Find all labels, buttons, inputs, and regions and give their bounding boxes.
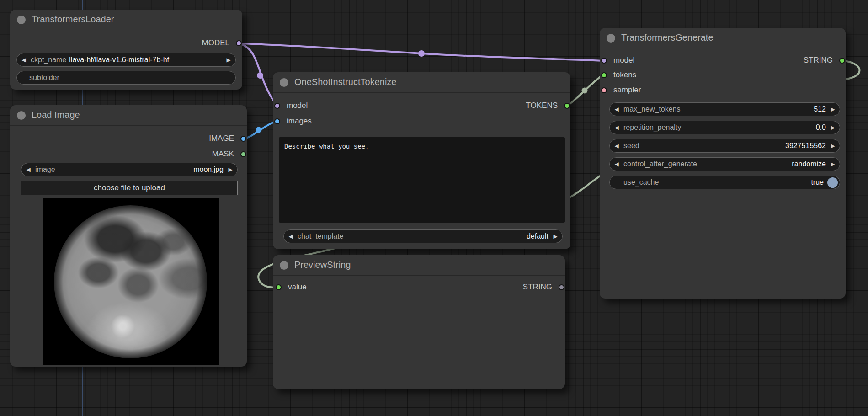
choose-file-button[interactable]: choose file to upload: [21, 181, 238, 195]
stepper-left-icon[interactable]: ◀: [284, 230, 298, 243]
widget-label: max_new_tokens: [623, 105, 681, 113]
node-title: PreviewString: [294, 260, 351, 270]
widget-value: randomize: [792, 160, 826, 168]
node-transformers-generate[interactable]: TransformersGenerate model STRING tokens…: [600, 28, 846, 299]
widget-value: 3927515562: [785, 142, 826, 150]
output-port-model[interactable]: [236, 40, 242, 46]
widget-ckpt-name[interactable]: ◀ ckpt_name llava-hf/llava-v1.6-mistral-…: [16, 53, 236, 67]
output-port-image[interactable]: [240, 136, 246, 142]
output-label-tokens: TOKENS: [526, 101, 558, 110]
output-port-string[interactable]: [559, 284, 564, 290]
node-titlebar[interactable]: Load Image: [10, 105, 247, 126]
widget-chat-template[interactable]: ◀ chat_template default ▶: [283, 229, 563, 243]
collapse-dot-icon[interactable]: [607, 34, 615, 43]
output-label-string: STRING: [804, 56, 833, 65]
output-port-tokens[interactable]: [564, 103, 570, 109]
prompt-textarea[interactable]: Describe what you see.: [279, 137, 565, 223]
node-oneshot-instruct-tokenize[interactable]: OneShotInstructTokenize model images TOK…: [273, 72, 570, 249]
widget-subfolder[interactable]: subfolder: [16, 71, 236, 85]
output-label-model: MODEL: [202, 38, 229, 48]
stepper-left-icon[interactable]: ◀: [610, 158, 623, 171]
node-load-image[interactable]: Load Image IMAGE MASK ◀ image moon.jpg ▶…: [10, 105, 247, 367]
widget-label: use_cache: [623, 178, 659, 187]
wire-midpoint-dot[interactable]: [256, 127, 262, 133]
input-label-tokens: tokens: [613, 70, 636, 80]
node-titlebar[interactable]: PreviewString: [273, 255, 565, 276]
node-transformers-loader[interactable]: TransformersLoader MODEL ◀ ckpt_name lla…: [10, 10, 242, 90]
stepper-left-icon[interactable]: ◀: [610, 139, 623, 152]
node-title: TransformersLoader: [32, 14, 114, 25]
stepper-right-icon[interactable]: ▶: [826, 139, 840, 152]
stepper-right-icon[interactable]: ▶: [826, 158, 840, 171]
widget-value: moon.jpg: [193, 165, 224, 174]
input-port-images[interactable]: [274, 118, 280, 124]
widget-label: seed: [623, 142, 639, 150]
wire-midpoint-dot[interactable]: [582, 88, 588, 94]
widget-value: true: [811, 178, 824, 187]
widget-label: repetition_penalty: [623, 123, 681, 132]
node-graph-canvas[interactable]: TransformersLoader MODEL ◀ ckpt_name lla…: [0, 0, 868, 416]
input-port-model[interactable]: [601, 58, 607, 64]
stepper-right-icon[interactable]: ▶: [548, 230, 562, 243]
stepper-right-icon[interactable]: ▶: [224, 163, 237, 176]
widget-label: image: [35, 165, 55, 174]
toggle-on-icon[interactable]: [827, 177, 838, 188]
widget-seed[interactable]: ◀ seed 3927515562 ▶: [609, 139, 840, 153]
moon-image-preview: [54, 205, 207, 358]
stepper-right-icon[interactable]: ▶: [826, 121, 840, 134]
widget-value: llava-hf/llava-v1.6-mistral-7b-hf: [69, 56, 169, 64]
input-port-model[interactable]: [274, 103, 280, 109]
output-label-string: STRING: [523, 283, 552, 292]
collapse-dot-icon[interactable]: [17, 16, 26, 24]
output-port-string[interactable]: [839, 58, 845, 64]
wire-midpoint-dot[interactable]: [257, 72, 263, 79]
node-preview-string[interactable]: PreviewString value STRING: [273, 255, 565, 389]
widget-label: subfolder: [29, 74, 59, 82]
collapse-dot-icon[interactable]: [280, 78, 288, 87]
output-label-image: IMAGE: [209, 134, 234, 143]
stepper-left-icon[interactable]: ◀: [21, 163, 35, 176]
input-port-sampler[interactable]: [601, 87, 607, 93]
widget-value: default: [527, 232, 548, 240]
output-port-mask[interactable]: [240, 151, 246, 157]
node-titlebar[interactable]: TransformersLoader: [10, 10, 242, 30]
widget-label: ckpt_name: [31, 56, 66, 64]
stepper-right-icon[interactable]: ▶: [826, 103, 840, 116]
node-title: Load Image: [32, 110, 80, 120]
node-titlebar[interactable]: TransformersGenerate: [600, 28, 846, 48]
node-titlebar[interactable]: OneShotInstructTokenize: [273, 72, 570, 93]
stepper-right-icon[interactable]: ▶: [222, 53, 235, 66]
input-label-images: images: [287, 117, 312, 126]
widget-label: chat_template: [298, 232, 344, 240]
input-label-sampler: sampler: [613, 85, 641, 95]
input-label-model: model: [287, 101, 308, 110]
widget-use-cache-toggle[interactable]: use_cache true: [609, 176, 840, 189]
widget-repetition-penalty[interactable]: ◀ repetition_penalty 0.0 ▶: [609, 121, 840, 134]
stepper-left-icon[interactable]: ◀: [610, 121, 623, 134]
input-label-value: value: [288, 283, 307, 292]
widget-label: control_after_generate: [623, 160, 697, 168]
node-title: TransformersGenerate: [621, 32, 714, 43]
input-port-tokens[interactable]: [601, 72, 607, 78]
widget-image-select[interactable]: ◀ image moon.jpg ▶: [21, 163, 238, 176]
stepper-left-icon[interactable]: ◀: [610, 103, 623, 116]
widget-value: 0.0: [816, 123, 826, 132]
collapse-dot-icon[interactable]: [280, 261, 288, 270]
output-label-mask: MASK: [212, 149, 234, 159]
collapse-dot-icon[interactable]: [17, 111, 26, 120]
image-preview-frame: [43, 198, 219, 365]
widget-max-new-tokens[interactable]: ◀ max_new_tokens 512 ▶: [609, 102, 840, 116]
node-title: OneShotInstructTokenize: [294, 77, 396, 87]
input-port-value[interactable]: [276, 284, 282, 290]
input-label-model: model: [613, 56, 634, 65]
wire-midpoint-dot[interactable]: [418, 50, 425, 57]
widget-control-after-generate[interactable]: ◀ control_after_generate randomize ▶: [609, 157, 840, 171]
widget-value: 512: [814, 105, 826, 113]
stepper-left-icon[interactable]: ◀: [17, 53, 31, 66]
